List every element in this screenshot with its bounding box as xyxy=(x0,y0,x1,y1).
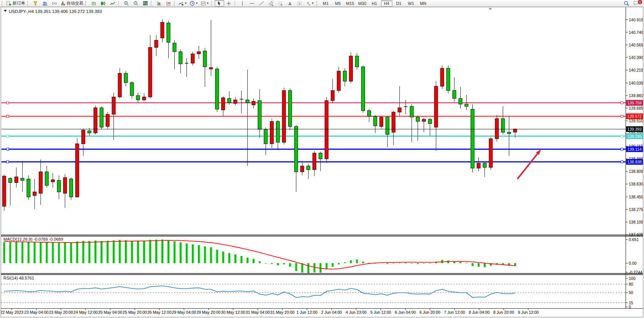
cursor-button[interactable] xyxy=(215,0,224,6)
bear-candle xyxy=(501,118,505,132)
timeframe-D1[interactable]: D1 xyxy=(393,0,405,6)
timeframe-H1[interactable]: H1 xyxy=(369,0,380,6)
bear-candle xyxy=(471,109,474,168)
bear-candle xyxy=(27,179,30,197)
label-button[interactable]: T xyxy=(295,0,304,6)
price-label: 139.114 xyxy=(627,147,641,152)
symbol-dropdown-icon[interactable] xyxy=(4,10,7,12)
line-handle[interactable] xyxy=(6,115,9,117)
new-order-button-label: 新订单 xyxy=(13,0,25,6)
macd-tick-label: -0.2744 xyxy=(629,270,642,275)
autotrading-button[interactable]: 自动交易 xyxy=(59,0,84,6)
line-handle[interactable] xyxy=(621,115,623,117)
text-button[interactable]: A xyxy=(285,0,295,6)
time-tick-label: 31 May 20:00 xyxy=(270,310,295,315)
trendline-button[interactable] xyxy=(257,0,266,6)
bear-candle xyxy=(361,67,365,110)
timeframe-M15[interactable]: M15 xyxy=(344,0,356,6)
bear-candle xyxy=(21,178,24,181)
line-handle[interactable] xyxy=(621,102,623,104)
vertical-line-button[interactable] xyxy=(238,0,247,6)
time-tick-label: 4 Jun 23:00 xyxy=(346,310,367,315)
timeframe-M30[interactable]: M30 xyxy=(357,0,368,6)
application-window: 新订单自动交易▼▼▼EFAT▼M1M5M15M30H1H4D1W1MN1 140… xyxy=(0,0,644,318)
price-label: 139.393 xyxy=(627,127,642,131)
timeframe-M1[interactable]: M1 xyxy=(320,0,332,6)
auto-scroll-icon xyxy=(156,1,162,6)
line-chart-button[interactable] xyxy=(108,0,117,6)
indicators-button[interactable]: ▼ xyxy=(177,0,188,6)
timeframe-H4[interactable]: H4 xyxy=(381,0,392,6)
bear-candle xyxy=(88,131,91,133)
arrows-button[interactable]: ▼ xyxy=(304,0,316,6)
line-handle[interactable] xyxy=(6,148,9,150)
toolbar-group xyxy=(154,0,173,6)
toolbar-grip[interactable] xyxy=(174,1,177,6)
price-tick-label: 138.275 xyxy=(629,208,643,212)
label-icon: T xyxy=(297,1,302,6)
notifications-button[interactable]: 1 xyxy=(633,0,641,6)
timeframe-MN[interactable]: MN xyxy=(418,0,429,6)
bear-candle xyxy=(289,91,292,126)
bear-candle xyxy=(179,52,182,64)
chart-canvas[interactable]: 140.915140.740140.565140.390140.215140.0… xyxy=(1,7,643,317)
chevron-down-icon[interactable]: ▼ xyxy=(184,2,187,5)
new-order-button[interactable]: 新订单 xyxy=(5,0,26,6)
bar-chart-button[interactable] xyxy=(89,0,98,6)
macd-signal-line xyxy=(4,240,515,269)
periods-button[interactable]: ▼ xyxy=(188,0,199,6)
chevron-down-icon[interactable]: ▼ xyxy=(206,2,209,5)
rsi-label: RSI(14) 48.5761 xyxy=(3,276,34,280)
timeframe-W1[interactable]: W1 xyxy=(405,0,417,6)
bull-candle xyxy=(489,139,493,168)
bull-candle xyxy=(161,22,164,38)
bull-candle xyxy=(282,91,286,142)
price-label: 139.759 xyxy=(627,101,642,105)
price-tick-label: 139.510 xyxy=(629,119,643,123)
chevron-down-icon[interactable]: ▼ xyxy=(195,2,198,5)
candlestick-chart-button[interactable] xyxy=(98,0,108,6)
price-tick-label: 140.740 xyxy=(629,30,643,35)
fibonacci-button[interactable]: F xyxy=(276,0,285,6)
market-depth-icon xyxy=(33,1,38,6)
line-handle[interactable] xyxy=(621,148,623,150)
chevron-down-icon[interactable]: ▼ xyxy=(311,2,314,5)
line-handle[interactable] xyxy=(621,135,623,137)
toolbar-grip[interactable] xyxy=(211,1,214,6)
toolbar-grip[interactable] xyxy=(234,1,237,6)
line-handle[interactable] xyxy=(6,135,9,137)
price-tick-label: 138.100 xyxy=(629,220,643,224)
community-button[interactable] xyxy=(40,0,49,6)
horizontal-line-button[interactable] xyxy=(247,0,257,6)
price-tick-label: 139.685 xyxy=(629,106,643,110)
market-depth-button[interactable] xyxy=(30,0,40,6)
search-button[interactable] xyxy=(622,0,631,6)
timeframe-M5[interactable]: M5 xyxy=(332,0,344,6)
tile-windows-button[interactable] xyxy=(140,0,150,6)
toolbar-grip[interactable] xyxy=(316,1,319,6)
toolbar-grip[interactable] xyxy=(85,1,88,6)
zoom-out-button[interactable] xyxy=(131,0,140,6)
chart-shift-button[interactable] xyxy=(164,0,173,6)
timeframe-toolbar: M1M5M15M30H1H4D1W1MN xyxy=(320,0,429,6)
bull-candle xyxy=(106,114,109,126)
signals-button[interactable] xyxy=(49,0,59,6)
toolbar-grip[interactable] xyxy=(2,1,4,6)
toolbar-grip[interactable] xyxy=(118,1,121,6)
line-handle[interactable] xyxy=(621,161,623,163)
toolbar-group: ▼▼▼ xyxy=(177,0,210,6)
crosshair-button[interactable] xyxy=(224,0,234,6)
annotation-arrow[interactable] xyxy=(517,154,537,179)
line-handle[interactable] xyxy=(6,161,9,163)
rsi-line xyxy=(4,286,515,298)
time-tick-label: 23 May 04:00 xyxy=(24,310,49,315)
toolbar-grip[interactable] xyxy=(151,1,153,6)
line-handle[interactable] xyxy=(6,102,9,104)
chart-shift-marker[interactable] xyxy=(488,8,492,10)
templates-button[interactable]: ▼ xyxy=(199,0,210,6)
auto-scroll-button[interactable] xyxy=(154,0,164,6)
zoom-in-button[interactable] xyxy=(121,0,131,6)
toolbar-grip[interactable] xyxy=(27,1,30,6)
channel-button[interactable]: E xyxy=(266,0,276,6)
rsi-tick-label: 15 xyxy=(629,301,633,305)
